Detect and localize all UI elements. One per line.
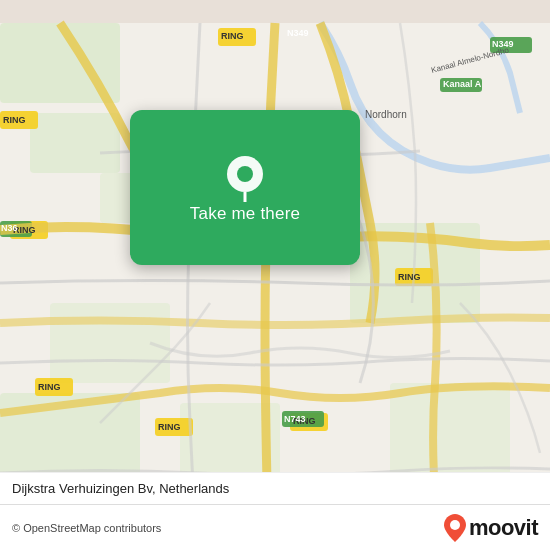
location-pin	[223, 152, 267, 196]
svg-point-36	[450, 520, 460, 530]
svg-text:Nordhorn: Nordhorn	[365, 109, 407, 120]
map-background: RING RING RING RING RING RING RING N36 N…	[0, 0, 550, 550]
svg-text:RING: RING	[3, 115, 26, 125]
location-info-bar: Dijkstra Verhuizingen Bv, Netherlands	[0, 472, 550, 504]
svg-rect-2	[30, 113, 120, 173]
moovit-pin-icon	[444, 514, 466, 542]
location-name-label: Dijkstra Verhuizingen Bv, Netherlands	[12, 481, 229, 496]
svg-text:RING: RING	[158, 422, 181, 432]
svg-text:RING: RING	[398, 272, 421, 282]
svg-text:RING: RING	[221, 31, 244, 41]
svg-point-35	[237, 166, 253, 182]
map-container: RING RING RING RING RING RING RING N36 N…	[0, 0, 550, 550]
svg-text:Kanaal A: Kanaal A	[443, 79, 482, 89]
moovit-logo: moovit	[444, 514, 538, 542]
take-me-there-button[interactable]: Take me there	[190, 204, 300, 224]
svg-text:N36: N36	[1, 223, 18, 233]
svg-text:RING: RING	[38, 382, 61, 392]
svg-text:N743: N743	[284, 414, 306, 424]
svg-text:N349: N349	[287, 28, 309, 38]
attribution-text: © OpenStreetMap contributors	[12, 522, 161, 534]
attribution-bar: © OpenStreetMap contributors moovit	[0, 504, 550, 550]
brand-name: moovit	[469, 515, 538, 541]
location-card[interactable]: Take me there	[130, 110, 360, 265]
